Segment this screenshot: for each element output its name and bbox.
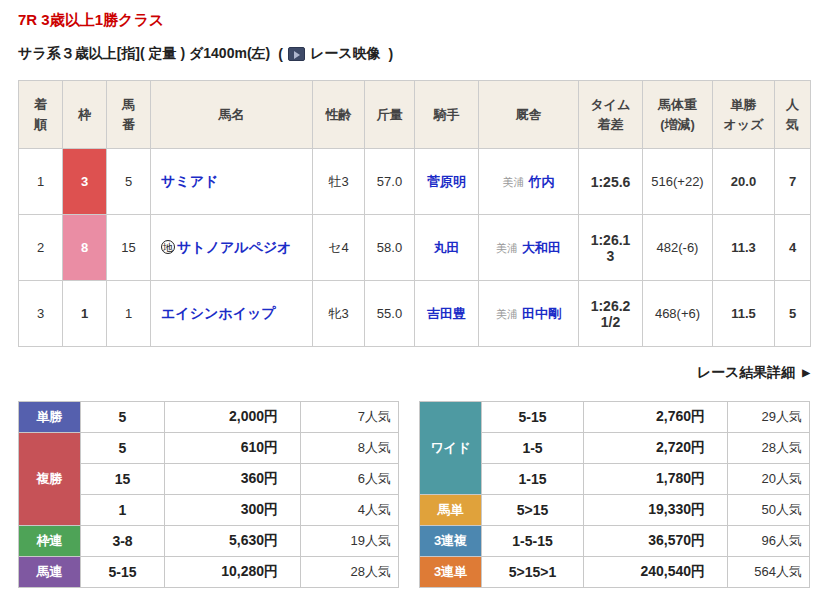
popularity: 5 bbox=[775, 281, 811, 347]
sex-age: セ4 bbox=[313, 215, 365, 281]
payout-type-bracket-quinella: 枠連 bbox=[19, 526, 81, 557]
popularity: 7 bbox=[775, 149, 811, 215]
stable-cell: 美浦田中剛 bbox=[479, 281, 579, 347]
stable-link[interactable]: 竹内 bbox=[529, 174, 555, 189]
finish-position: 1 bbox=[19, 149, 63, 215]
payout-combination: 5 bbox=[81, 402, 165, 433]
payout-popularity: 6人気 bbox=[301, 464, 399, 495]
payout-row: 単勝 5 2,000円 7人気 bbox=[19, 402, 399, 433]
result-row: 3 1 1 エイシンホイップ 牝3 55.0 吉田豊 美浦田中剛 1:26.21… bbox=[19, 281, 811, 347]
payout-type-win: 単勝 bbox=[19, 402, 81, 433]
page-title: 7R 3歳以上1勝クラス bbox=[18, 11, 810, 30]
finish-position: 3 bbox=[19, 281, 63, 347]
col-header-sex-age: 性齢 bbox=[313, 81, 365, 149]
race-result-detail-link[interactable]: レース結果詳細▶ bbox=[697, 364, 810, 380]
jockey-link[interactable]: 菅原明 bbox=[427, 174, 466, 189]
stable-link[interactable]: 大和田 bbox=[522, 240, 561, 255]
horse-name-cell: サミアド bbox=[151, 149, 313, 215]
col-header-horse-weight: 馬体重(増減) bbox=[643, 81, 713, 149]
weight-carried: 57.0 bbox=[365, 149, 415, 215]
jockey-cell: 菅原明 bbox=[415, 149, 479, 215]
col-header-jockey: 騎手 bbox=[415, 81, 479, 149]
payout-table-left: 単勝 5 2,000円 7人気 複勝 5 610円 8人気 15 360円 6人… bbox=[18, 401, 399, 588]
popularity: 4 bbox=[775, 215, 811, 281]
payout-popularity: 20人気 bbox=[728, 464, 810, 495]
payout-section: 単勝 5 2,000円 7人気 複勝 5 610円 8人気 15 360円 6人… bbox=[18, 401, 810, 588]
payout-combination: 5-15 bbox=[81, 557, 165, 588]
jockey-link[interactable]: 吉田豊 bbox=[427, 306, 466, 321]
payout-type-place: 複勝 bbox=[19, 433, 81, 526]
stable-region: 美浦 bbox=[496, 242, 518, 254]
detail-link-row: レース結果詳細▶ bbox=[18, 363, 810, 401]
horse-name-link[interactable]: エイシンホイップ bbox=[161, 305, 276, 321]
finish-time: 1:25.6 bbox=[591, 174, 631, 190]
time-margin-cell: 1:26.21/2 bbox=[579, 281, 643, 347]
payout-combination: 15 bbox=[81, 464, 165, 495]
col-header-popularity: 人気 bbox=[775, 81, 811, 149]
payout-combination: 3-8 bbox=[81, 526, 165, 557]
paren-open: ( bbox=[278, 46, 283, 62]
payout-amount: 2,760円 bbox=[584, 402, 728, 433]
payout-type-exacta: 馬単 bbox=[420, 495, 482, 526]
play-video-icon[interactable] bbox=[288, 47, 305, 61]
payout-amount: 5,630円 bbox=[165, 526, 301, 557]
margin: 3 bbox=[581, 248, 640, 264]
weight-carried: 58.0 bbox=[365, 215, 415, 281]
payout-combination: 5-15 bbox=[482, 402, 584, 433]
frame-number: 8 bbox=[63, 215, 107, 281]
sex-age: 牝3 bbox=[313, 281, 365, 347]
payout-amount: 2,000円 bbox=[165, 402, 301, 433]
race-conditions-text: サラ系３歳以上[指]( 定量 ) ダ1400m(左) bbox=[18, 45, 270, 63]
payout-row: ワイド 5-15 2,760円 29人気 bbox=[420, 402, 810, 433]
payout-popularity: 28人気 bbox=[301, 557, 399, 588]
payout-combination: 1-5 bbox=[482, 433, 584, 464]
right-arrow-icon: ▶ bbox=[802, 367, 810, 378]
paren-close: ) bbox=[389, 46, 394, 62]
payout-amount: 610円 bbox=[165, 433, 301, 464]
jockey-link[interactable]: 丸田 bbox=[434, 240, 460, 255]
payout-row: 3連複 1-5-15 36,570円 96人気 bbox=[420, 526, 810, 557]
stable-cell: 美浦竹内 bbox=[479, 149, 579, 215]
stable-link[interactable]: 田中剛 bbox=[522, 306, 561, 321]
payout-amount: 10,280円 bbox=[165, 557, 301, 588]
payout-amount: 19,330円 bbox=[584, 495, 728, 526]
horse-name-link[interactable]: サトノアルペジオ bbox=[177, 239, 292, 255]
horse-number: 15 bbox=[107, 215, 151, 281]
payout-combination: 1 bbox=[81, 495, 165, 526]
horse-weight: 516(+22) bbox=[643, 149, 713, 215]
horse-weight: 482(-6) bbox=[643, 215, 713, 281]
payout-type-wide: ワイド bbox=[420, 402, 482, 495]
payout-combination: 5>15>1 bbox=[482, 557, 584, 588]
race-results-table: 着順 枠 馬番 馬名 性齢 斤量 騎手 厩舎 タイム着差 馬体重(増減) 単勝オ… bbox=[18, 80, 811, 347]
result-row: 1 3 5 サミアド 牡3 57.0 菅原明 美浦竹内 1:25.6 516(+… bbox=[19, 149, 811, 215]
payout-popularity: 19人気 bbox=[301, 526, 399, 557]
payout-row: 枠連 3-8 5,630円 19人気 bbox=[19, 526, 399, 557]
weight-carried: 55.0 bbox=[365, 281, 415, 347]
win-odds: 11.3 bbox=[713, 215, 775, 281]
win-odds: 11.5 bbox=[713, 281, 775, 347]
horse-name-cell: エイシンホイップ bbox=[151, 281, 313, 347]
payout-popularity: 96人気 bbox=[728, 526, 810, 557]
payout-combination: 5 bbox=[81, 433, 165, 464]
race-video-link[interactable]: レース映像 bbox=[310, 45, 381, 63]
result-row: 2 8 15 地サトノアルペジオ セ4 58.0 丸田 美浦大和田 1:26.1… bbox=[19, 215, 811, 281]
horse-name-cell: 地サトノアルペジオ bbox=[151, 215, 313, 281]
col-header-weight-carried: 斤量 bbox=[365, 81, 415, 149]
horse-name-link[interactable]: サミアド bbox=[161, 173, 218, 189]
payout-row: 3連単 5>15>1 240,540円 564人気 bbox=[420, 557, 810, 588]
payout-amount: 360円 bbox=[165, 464, 301, 495]
payout-table-right: ワイド 5-15 2,760円 29人気 1-5 2,720円 28人気 1-1… bbox=[419, 401, 810, 588]
col-header-horse-number: 馬番 bbox=[107, 81, 151, 149]
payout-row: 複勝 5 610円 8人気 bbox=[19, 433, 399, 464]
race-result-page: 7R 3歳以上1勝クラス サラ系３歳以上[指]( 定量 ) ダ1400m(左) … bbox=[0, 0, 827, 588]
results-header-row: 着順 枠 馬番 馬名 性齢 斤量 騎手 厩舎 タイム着差 馬体重(増減) 単勝オ… bbox=[19, 81, 811, 149]
payout-popularity: 28人気 bbox=[728, 433, 810, 464]
payout-combination: 1-15 bbox=[482, 464, 584, 495]
col-header-frame: 枠 bbox=[63, 81, 107, 149]
col-header-stable: 厩舎 bbox=[479, 81, 579, 149]
win-odds: 20.0 bbox=[713, 149, 775, 215]
payout-row: 馬単 5>15 19,330円 50人気 bbox=[420, 495, 810, 526]
col-header-win-odds: 単勝オッズ bbox=[713, 81, 775, 149]
stable-cell: 美浦大和田 bbox=[479, 215, 579, 281]
col-header-time-margin: タイム着差 bbox=[579, 81, 643, 149]
